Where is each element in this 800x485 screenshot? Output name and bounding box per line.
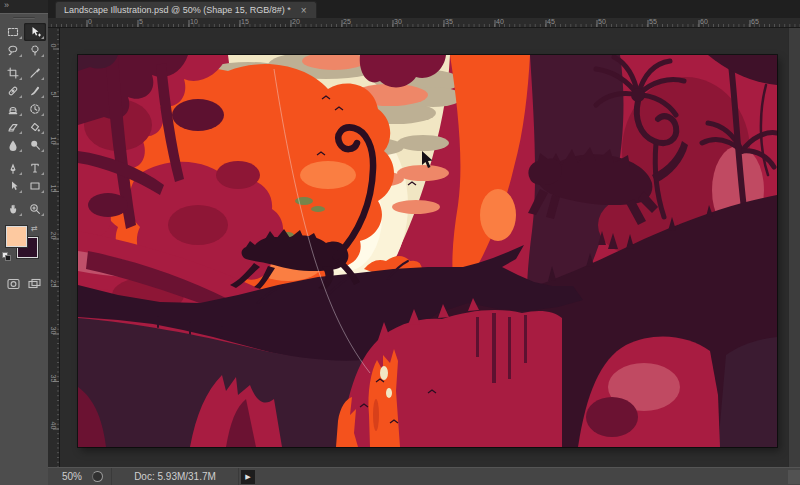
toolbox-grip[interactable] [13, 17, 35, 19]
brush-tool[interactable] [24, 82, 46, 100]
type-tool-icon [29, 162, 41, 174]
move-tool[interactable] [24, 23, 46, 41]
document-tab-title: Landscape Illustration.psd @ 50% (Shape … [64, 5, 291, 15]
pasteboard[interactable] [60, 28, 788, 467]
tool-grid [0, 23, 48, 218]
blur-tool[interactable] [2, 136, 24, 154]
scrollbar-corner[interactable] [788, 470, 800, 484]
hand-tool-icon [7, 203, 19, 215]
history-brush-tool-icon [29, 103, 41, 115]
h-ruler-label: 50 [598, 18, 606, 25]
document-canvas[interactable] [78, 55, 777, 447]
pen-tool-icon [7, 162, 19, 174]
foreground-color-swatch[interactable] [6, 226, 27, 247]
document-tab[interactable]: Landscape Illustration.psd @ 50% (Shape … [55, 1, 317, 18]
type-tool[interactable] [24, 159, 46, 177]
color-swatches: ⇄ [2, 226, 42, 266]
zoom-tool[interactable] [24, 200, 46, 218]
tab-bar: Landscape Illustration.psd @ 50% (Shape … [48, 0, 800, 18]
spot-healing-brush-tool[interactable] [2, 82, 24, 100]
vertical-scrollbar[interactable] [788, 28, 800, 467]
paint-bucket-tool-icon [29, 121, 41, 133]
doc-size-info: Doc: 5.93M/31.7M [111, 468, 239, 485]
h-ruler-label: 15 [241, 18, 249, 25]
h-ruler-label: 10 [190, 18, 198, 25]
h-ruler-label: 20 [292, 18, 300, 25]
horizontal-ruler[interactable]: 05101520253035404550556065 [48, 18, 800, 28]
h-ruler-label: 40 [496, 18, 504, 25]
crop-tool[interactable] [2, 64, 24, 82]
pen-tool[interactable] [2, 159, 24, 177]
status-icon [92, 471, 103, 482]
paint-bucket-tool[interactable] [24, 118, 46, 136]
zoom-tool-icon [29, 203, 41, 215]
photoshop-window: » ⇄ [0, 0, 800, 485]
lasso-tool-icon [7, 44, 19, 56]
screen-mode-icon[interactable] [28, 276, 41, 294]
document-area: Landscape Illustration.psd @ 50% (Shape … [48, 0, 800, 485]
blur-tool-icon [7, 139, 19, 151]
toolbox-column: » ⇄ [0, 0, 48, 485]
eraser-tool[interactable] [2, 118, 24, 136]
rectangle-tool[interactable] [24, 177, 46, 195]
brush-tool-icon [29, 85, 41, 97]
hand-tool[interactable] [2, 200, 24, 218]
clone-stamp-tool[interactable] [2, 100, 24, 118]
v-ruler-label: 40 [50, 421, 57, 431]
tab-close-icon[interactable]: × [301, 6, 307, 15]
eyedropper-tool-icon [29, 67, 41, 79]
rectangular-marquee-tool[interactable] [2, 23, 24, 41]
history-brush-tool[interactable] [24, 100, 46, 118]
h-ruler-label: 25 [343, 18, 351, 25]
v-ruler-label: 5 [50, 88, 57, 98]
h-ruler-label: 5 [139, 18, 143, 25]
h-ruler-label: 35 [445, 18, 453, 25]
vertical-ruler[interactable]: 0510152025303540 [48, 28, 60, 467]
h-ruler-label: 60 [700, 18, 708, 25]
eraser-tool-icon [7, 121, 19, 133]
landscape-illustration [78, 55, 777, 447]
dodge-tool-icon [29, 139, 41, 151]
quick-selection-tool[interactable] [24, 41, 46, 59]
eyedropper-tool[interactable] [24, 64, 46, 82]
h-ruler-label: 65 [751, 18, 759, 25]
v-ruler-label: 30 [50, 326, 57, 336]
lasso-tool[interactable] [2, 41, 24, 59]
rectangular-marquee-tool-icon [7, 26, 19, 38]
swap-colors-icon[interactable]: ⇄ [31, 224, 38, 233]
clone-stamp-tool-icon [7, 103, 19, 115]
zoom-level-field[interactable]: 50% [48, 471, 92, 482]
path-selection-tool[interactable] [2, 177, 24, 195]
dodge-tool[interactable] [24, 136, 46, 154]
collapse-panel-button[interactable]: » [0, 0, 48, 13]
toolbox-bottom-icons [0, 276, 48, 294]
quick-mask-icon[interactable] [7, 276, 20, 294]
crop-tool-icon [7, 67, 19, 79]
path-selection-tool-icon [7, 180, 19, 192]
rectangle-tool-icon [29, 180, 41, 192]
status-bar: 50% Doc: 5.93M/31.7M ▶ [48, 467, 800, 485]
quick-selection-tool-icon [29, 44, 41, 56]
spot-healing-brush-tool-icon [7, 85, 19, 97]
v-ruler-label: 0 [50, 41, 57, 51]
toolbox-panel: ⇄ [0, 13, 48, 485]
v-ruler-label: 20 [50, 231, 57, 241]
v-ruler-label: 25 [50, 278, 57, 288]
h-ruler-label: 55 [649, 18, 657, 25]
v-ruler-label: 15 [50, 183, 57, 193]
v-ruler-label: 35 [50, 373, 57, 383]
v-ruler-label: 10 [50, 136, 57, 146]
h-ruler-label: 45 [547, 18, 555, 25]
h-ruler-label: 0 [88, 18, 92, 25]
h-ruler-label: 30 [394, 18, 402, 25]
move-tool-icon [29, 26, 41, 38]
status-flyout-button[interactable]: ▶ [241, 470, 255, 484]
default-colors-icon[interactable] [2, 252, 11, 261]
